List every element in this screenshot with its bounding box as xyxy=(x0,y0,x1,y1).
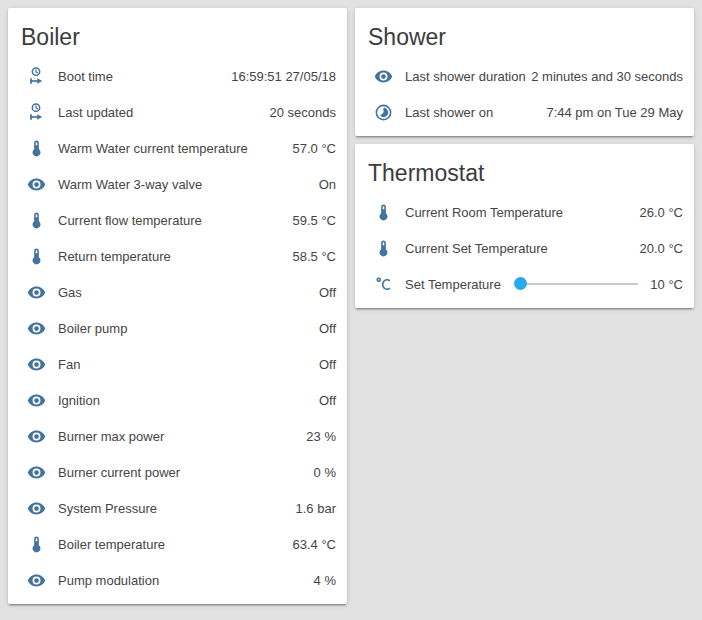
entity-row-set-temperature[interactable]: Set Temperature 10 °C xyxy=(355,266,694,302)
card-boiler: Boiler Boot time 16:59:51 27/05/18 Last … xyxy=(8,8,347,604)
thermometer-icon xyxy=(24,532,48,556)
column-right: Shower Last shower duration 2 minutes an… xyxy=(355,8,694,604)
entity-name: Set Temperature xyxy=(405,277,501,292)
entity-state: On xyxy=(319,177,336,192)
card-shower: Shower Last shower duration 2 minutes an… xyxy=(355,8,694,136)
thermometer-icon xyxy=(371,200,395,224)
entity-state: 57.0 °C xyxy=(292,141,336,156)
entity-state: Off xyxy=(319,321,336,336)
entity-row-burner-max-power[interactable]: Burner max power 23 % xyxy=(8,418,347,454)
slider-thumb[interactable] xyxy=(514,277,527,290)
entity-state: 2 minutes and 30 seconds xyxy=(531,69,683,84)
eye-icon xyxy=(24,568,48,592)
entity-name: Warm Water current temperature xyxy=(58,141,292,156)
eye-icon xyxy=(24,424,48,448)
entity-row-gas[interactable]: Gas Off xyxy=(8,274,347,310)
thermometer-icon xyxy=(371,236,395,260)
entity-state: 63.4 °C xyxy=(292,537,336,552)
set-temperature-slider[interactable] xyxy=(515,272,638,296)
entity-row-current-room-temperature[interactable]: Current Room Temperature 26.0 °C xyxy=(355,194,694,230)
entity-state: 20 seconds xyxy=(270,105,337,120)
entity-name: Fan xyxy=(58,357,319,372)
clock-start-icon xyxy=(24,64,48,88)
entity-row-last-shower-duration[interactable]: Last shower duration 2 minutes and 30 se… xyxy=(355,58,694,94)
entity-state: 59.5 °C xyxy=(292,213,336,228)
entity-name: Gas xyxy=(58,285,319,300)
entity-row-fan[interactable]: Fan Off xyxy=(8,346,347,382)
entity-state: 23 % xyxy=(306,429,336,444)
card-rows: Current Room Temperature 26.0 °C Current… xyxy=(355,194,694,302)
card-rows: Boot time 16:59:51 27/05/18 Last updated… xyxy=(8,58,347,598)
entity-state: 26.0 °C xyxy=(639,205,683,220)
entity-row-return-temperature[interactable]: Return temperature 58.5 °C xyxy=(8,238,347,274)
dashboard: Boiler Boot time 16:59:51 27/05/18 Last … xyxy=(0,0,702,612)
eye-icon xyxy=(371,64,395,88)
entity-row-boiler-temperature[interactable]: Boiler temperature 63.4 °C xyxy=(8,526,347,562)
card-rows: Last shower duration 2 minutes and 30 se… xyxy=(355,58,694,130)
entity-row-ignition[interactable]: Ignition Off xyxy=(8,382,347,418)
entity-row-warm-water-current-temperature[interactable]: Warm Water current temperature 57.0 °C xyxy=(8,130,347,166)
thermometer-icon xyxy=(24,136,48,160)
entity-row-current-flow-temperature[interactable]: Current flow temperature 59.5 °C xyxy=(8,202,347,238)
entity-name: Boot time xyxy=(58,69,231,84)
card-title: Shower xyxy=(355,8,694,58)
entity-state: Off xyxy=(319,393,336,408)
entity-state: 20.0 °C xyxy=(639,241,683,256)
entity-name: Current flow temperature xyxy=(58,213,292,228)
entity-state: 10 °C xyxy=(650,277,683,292)
entity-row-warm-water-3-way-valve[interactable]: Warm Water 3-way valve On xyxy=(8,166,347,202)
entity-name: Boiler temperature xyxy=(58,537,292,552)
clock-start-icon xyxy=(24,100,48,124)
eye-icon xyxy=(24,496,48,520)
entity-name: Current Set Temperature xyxy=(405,241,639,256)
eye-icon xyxy=(24,172,48,196)
timelapse-icon xyxy=(371,100,395,124)
eye-icon xyxy=(24,316,48,340)
card-title: Boiler xyxy=(8,8,347,58)
slider-track[interactable] xyxy=(515,283,638,285)
entity-state: 1.6 bar xyxy=(296,501,336,516)
entity-name: Burner current power xyxy=(58,465,314,480)
entity-row-current-set-temperature[interactable]: Current Set Temperature 20.0 °C xyxy=(355,230,694,266)
thermometer-icon xyxy=(24,208,48,232)
entity-row-boot-time[interactable]: Boot time 16:59:51 27/05/18 xyxy=(8,58,347,94)
thermometer-icon xyxy=(24,244,48,268)
eye-icon xyxy=(24,280,48,304)
eye-icon xyxy=(24,388,48,412)
entity-name: Current Room Temperature xyxy=(405,205,639,220)
entity-name: Return temperature xyxy=(58,249,292,264)
entity-state: 58.5 °C xyxy=(292,249,336,264)
entity-name: Last shower on xyxy=(405,105,546,120)
entity-state: 4 % xyxy=(314,573,336,588)
entity-state: Off xyxy=(319,357,336,372)
entity-name: Pump modulation xyxy=(58,573,314,588)
entity-state: Off xyxy=(319,285,336,300)
entity-name: Warm Water 3-way valve xyxy=(58,177,319,192)
entity-name: Ignition xyxy=(58,393,319,408)
entity-name: Last shower duration xyxy=(405,69,531,84)
entity-state: 0 % xyxy=(314,465,336,480)
entity-state: 16:59:51 27/05/18 xyxy=(231,69,336,84)
entity-row-burner-current-power[interactable]: Burner current power 0 % xyxy=(8,454,347,490)
entity-state: 7:44 pm on Tue 29 May xyxy=(546,105,683,120)
temperature-celsius-icon xyxy=(371,272,395,296)
entity-row-pump-modulation[interactable]: Pump modulation 4 % xyxy=(8,562,347,598)
entity-name: System Pressure xyxy=(58,501,296,516)
card-thermostat: Thermostat Current Room Temperature 26.0… xyxy=(355,144,694,308)
entity-row-last-updated[interactable]: Last updated 20 seconds xyxy=(8,94,347,130)
entity-name: Burner max power xyxy=(58,429,306,444)
entity-name: Boiler pump xyxy=(58,321,319,336)
entity-row-last-shower-on[interactable]: Last shower on 7:44 pm on Tue 29 May xyxy=(355,94,694,130)
entity-name: Last updated xyxy=(58,105,270,120)
eye-icon xyxy=(24,460,48,484)
entity-row-system-pressure[interactable]: System Pressure 1.6 bar xyxy=(8,490,347,526)
column-left: Boiler Boot time 16:59:51 27/05/18 Last … xyxy=(8,8,347,604)
eye-icon xyxy=(24,352,48,376)
entity-row-boiler-pump[interactable]: Boiler pump Off xyxy=(8,310,347,346)
card-title: Thermostat xyxy=(355,144,694,194)
